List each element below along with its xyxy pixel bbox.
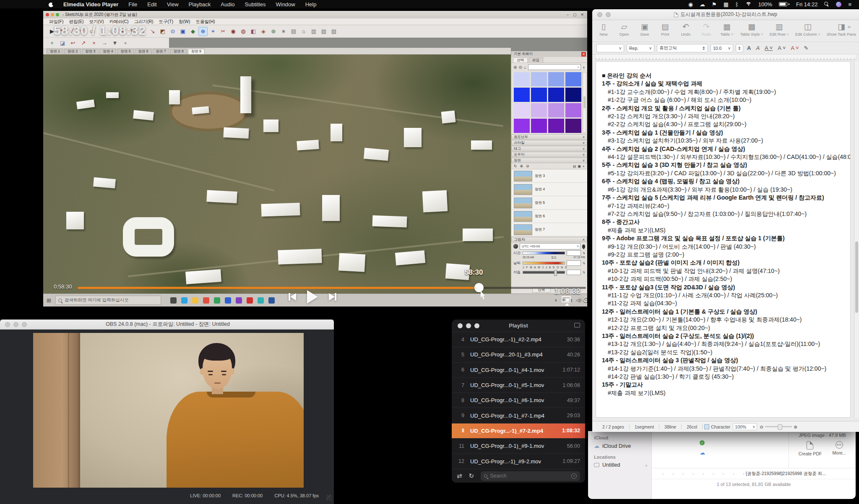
sidebar-item-untitled[interactable]: Untitled ▵	[588, 461, 651, 469]
path-icon[interactable]	[665, 472, 671, 476]
scene-tab[interactable]: 장면 3	[82, 49, 99, 54]
path-icon[interactable]	[655, 472, 661, 476]
sketchup-tool-icon[interactable]: +	[47, 38, 57, 47]
sketchup-tool-icon[interactable]: ◆	[188, 27, 198, 36]
filter-chevron-icon[interactable]: ˅	[571, 473, 577, 479]
sketchup-tool-icon[interactable]: ×	[89, 38, 99, 47]
sketchup-tool-icon[interactable]: ◪	[58, 38, 67, 47]
shadow-toggle-icon[interactable]	[582, 244, 585, 248]
eject-icon[interactable]: ▵	[645, 463, 651, 467]
zoom-slider[interactable]	[765, 426, 792, 427]
tray-section-header[interactable]: 스타일˅	[511, 140, 587, 145]
zoom-select[interactable]: 100%˅	[733, 423, 757, 430]
app-menu-title[interactable]: Elmedia Video Player	[63, 1, 118, 8]
sketchup-tool-icon[interactable]: ◍	[239, 27, 248, 36]
hwp-toolbar-button[interactable]: ▱ Open	[617, 22, 631, 36]
color-swatch[interactable]	[514, 72, 530, 86]
menu-help[interactable]: Help	[305, 1, 317, 8]
sketchup-tool-icon[interactable]: ◉	[229, 27, 238, 36]
color-swatch[interactable]	[565, 88, 581, 102]
next-button[interactable]	[329, 293, 336, 301]
sketchup-tool-icon[interactable]: ∘	[121, 38, 130, 47]
font-color-button[interactable]: A ˅	[789, 45, 800, 51]
sketchup-window-controls[interactable]: –▢✕	[567, 13, 587, 17]
highlight-button[interactable]: ✎	[803, 45, 810, 51]
search-input[interactable]	[490, 473, 569, 479]
dark-field[interactable]	[567, 270, 581, 275]
date-slider[interactable]	[523, 262, 565, 265]
hwp-toolbar-button[interactable]: ▯ New	[596, 22, 611, 36]
char-style-select[interactable]: Rep.˅	[627, 44, 654, 52]
forward-icon[interactable]: ⊖	[518, 65, 522, 70]
details-icon[interactable]: ◗	[583, 164, 585, 168]
sketchup-tool-icon[interactable]: ⊙	[168, 27, 177, 36]
sketchup-tool-icon[interactable]: ✂	[219, 27, 228, 36]
color-swatch[interactable]	[531, 88, 547, 102]
sketchup-tool-icon[interactable]: ▧	[319, 27, 328, 36]
spotlight-icon[interactable]	[824, 2, 829, 7]
scene-list-item[interactable]: 장면 5	[511, 196, 587, 210]
back-icon[interactable]: ⊕	[513, 65, 517, 70]
hwp-toolbar-button[interactable]: ↶ Undo	[679, 22, 693, 36]
zoom-in-icon[interactable]: ⊕	[794, 424, 797, 429]
sketchup-tool-icon[interactable]: ⌖	[208, 27, 218, 36]
playlist-row[interactable]: 9 UD_CG-Progr...0-1)_#7-1.mp4 29:03	[452, 408, 585, 423]
shadow-panel-header[interactable]: 그림자˄	[511, 237, 587, 242]
hwp-toolbar-button[interactable]: ▩ Table Style	[740, 22, 763, 36]
path-icon[interactable]	[736, 472, 741, 476]
playlist-row[interactable]: ‖ UD_CG-Progr...-1)_#7-2.mp4 1:08:32	[452, 423, 585, 439]
bookmark-status-icon[interactable]: ⚑	[712, 2, 717, 7]
obs-window-controls[interactable]	[0, 322, 27, 327]
scene-list-item[interactable]: 장면 3	[511, 169, 587, 183]
paragraph-style-select[interactable]: ˅	[596, 44, 624, 52]
date-field[interactable]	[567, 260, 581, 266]
sketchup-tool-icon[interactable]: ⊚	[269, 27, 278, 36]
sketchup-tool-icon[interactable]: ◧	[249, 27, 258, 36]
scene-list-item[interactable]: 장면 4	[511, 183, 587, 196]
sidebar-item-icloud-drive[interactable]: ☁ iCloud Drive	[588, 442, 651, 450]
material-set-select[interactable]: ˅	[528, 64, 581, 70]
sketchup-tool-icon[interactable]: ∗	[279, 27, 288, 36]
playlist-row[interactable]: 7 UD_CG-Progr...0-1)_#5-1.mov 1:06:06	[452, 378, 585, 393]
tray-section-header[interactable]: 컴포넌트˅	[511, 134, 587, 140]
path-icon[interactable]	[726, 472, 731, 476]
document-page[interactable]: ■ 온라인 강의 순서1주 - 강의소개 / 실습 및 재택수업 과제#1-1강…	[596, 61, 851, 418]
paint-sample-icon[interactable]: ◗	[583, 65, 585, 70]
seek-bar[interactable]	[78, 287, 586, 289]
time-stepper[interactable]: ⇅	[583, 252, 585, 255]
path-icon[interactable]	[695, 472, 701, 476]
playlist-row[interactable]: 6 UD_CG-Progr...0-1)_#4-1.mov 1:07:12	[452, 363, 585, 378]
tray-close-icon[interactable]: ✕	[581, 52, 586, 57]
color-swatch[interactable]	[565, 119, 581, 133]
menu-audio[interactable]: Audio	[221, 1, 234, 8]
italic-button[interactable]: A	[755, 45, 761, 51]
repeat-icon[interactable]: ↻	[469, 472, 474, 480]
scene-tab[interactable]: 장면 9	[188, 49, 205, 54]
tray-header[interactable]: 기본 트레이 ✕	[511, 51, 587, 57]
menu-window[interactable]: Window	[276, 1, 295, 8]
color-swatch[interactable]	[514, 88, 530, 102]
siri-icon[interactable]	[836, 2, 841, 7]
hwp-toolbar-button[interactable]: ▣ Save	[638, 22, 652, 36]
sketchup-menu-item[interactable]: 창(W)	[179, 19, 190, 25]
scene-tab[interactable]: 장면 5	[117, 49, 134, 54]
home-icon[interactable]: ⌂	[524, 65, 526, 70]
document-scrollbar[interactable]	[854, 61, 859, 418]
sketchup-tool-icon[interactable]: ◩	[158, 27, 167, 36]
sketchup-tool-icon[interactable]: ▤	[289, 27, 298, 36]
sketchup-menu-item[interactable]: 도움말(H)	[195, 19, 215, 25]
more-button[interactable]: ••• More...	[833, 441, 846, 456]
path-icon[interactable]	[685, 472, 691, 476]
sketchup-tool-icon[interactable]: ↘	[148, 27, 157, 36]
refresh-scene-icon[interactable]: ↻	[514, 164, 517, 168]
add-scene-icon[interactable]: ⊕	[520, 164, 523, 168]
play-button[interactable]	[307, 290, 318, 304]
sketchup-3d-viewport[interactable]	[43, 55, 511, 294]
toolbar-overflow-icon[interactable]: »	[848, 23, 855, 30]
tab-edit[interactable]: 편집	[528, 57, 543, 62]
color-swatch[interactable]	[565, 72, 581, 86]
color-swatch[interactable]	[548, 88, 564, 102]
sketchup-menu-item[interactable]: 도구(T)	[159, 19, 173, 25]
tray-scrollbar[interactable]	[583, 72, 586, 133]
menu-bar-clock[interactable]: Fri 14:22	[796, 1, 817, 8]
